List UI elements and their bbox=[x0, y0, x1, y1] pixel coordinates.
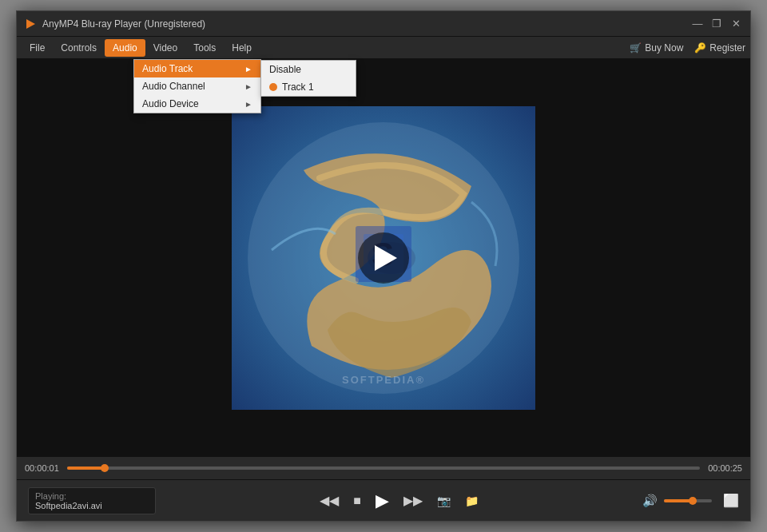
audio-track-disable[interactable]: Disable bbox=[261, 61, 356, 78]
window-controls: — ❐ ✕ bbox=[690, 16, 744, 32]
minimize-button[interactable]: — bbox=[690, 16, 705, 32]
progress-bar-area: 00:00:01 00:00:25 bbox=[17, 457, 750, 479]
current-time: 00:00:01 bbox=[25, 463, 59, 473]
video-thumbnail: S SOFTPEDIA® bbox=[232, 106, 535, 410]
rewind-button[interactable]: ◀◀ bbox=[316, 490, 342, 511]
key-icon: 🔑 bbox=[694, 42, 706, 54]
progress-thumb[interactable] bbox=[101, 464, 109, 472]
play-overlay-button[interactable] bbox=[358, 232, 409, 284]
forward-button[interactable]: ▶▶ bbox=[400, 490, 426, 511]
audio-device-menuitem[interactable]: Audio Device ► Default bbox=[134, 95, 260, 113]
volume-track[interactable] bbox=[664, 499, 712, 502]
progress-fill bbox=[67, 466, 105, 470]
play-triangle-icon bbox=[375, 245, 397, 271]
app-logo-icon bbox=[23, 17, 38, 31]
submenu-arrow-icon: ► bbox=[244, 65, 252, 73]
audio-dropdown: Audio Track ► Disable Track 1 bbox=[133, 59, 261, 113]
menu-controls[interactable]: Controls bbox=[53, 39, 105, 57]
menu-tools[interactable]: Tools bbox=[185, 39, 224, 57]
menu-bar: File Controls Audio Video Tools Help Aud… bbox=[17, 37, 750, 59]
controls-bar: Playing: Softpedia2avi.avi ◀◀ ■ ▶ ▶▶ 📷 📁… bbox=[17, 479, 750, 521]
app-window: AnyMP4 Blu-ray Player (Unregistered) — ❐… bbox=[16, 10, 751, 522]
total-time: 00:00:25 bbox=[708, 463, 742, 473]
playing-info: Playing: Softpedia2avi.avi bbox=[28, 487, 156, 514]
menu-video[interactable]: Video bbox=[145, 39, 185, 57]
audio-track-1[interactable]: Track 1 bbox=[261, 78, 356, 96]
center-controls: ◀◀ ■ ▶ ▶▶ 📷 📁 bbox=[156, 487, 642, 514]
window-title: AnyMP4 Blu-ray Player (Unregistered) bbox=[42, 18, 690, 30]
stop-button[interactable]: ■ bbox=[350, 490, 364, 511]
right-controls: 🔊 ⬜ bbox=[642, 493, 739, 508]
fullscreen-button[interactable]: ⬜ bbox=[723, 493, 739, 508]
playing-label: Playing: bbox=[35, 491, 149, 501]
video-area[interactable]: S SOFTPEDIA® bbox=[17, 59, 750, 457]
selected-dot-icon bbox=[269, 83, 277, 91]
buy-now-button[interactable]: 🛒 Buy Now bbox=[630, 42, 683, 54]
cart-icon: 🛒 bbox=[630, 42, 642, 54]
play-button[interactable]: ▶ bbox=[372, 487, 392, 514]
progress-track[interactable] bbox=[67, 466, 700, 470]
title-bar: AnyMP4 Blu-ray Player (Unregistered) — ❐… bbox=[17, 11, 750, 37]
register-button[interactable]: 🔑 Register bbox=[694, 42, 745, 54]
menu-bar-right: 🛒 Buy Now 🔑 Register bbox=[630, 42, 745, 54]
submenu-arrow-icon3: ► bbox=[244, 100, 252, 109]
svg-marker-0 bbox=[26, 19, 35, 29]
audio-track-submenu: Disable Track 1 bbox=[260, 60, 356, 97]
open-folder-button[interactable]: 📁 bbox=[462, 491, 482, 510]
screenshot-button[interactable]: 📷 bbox=[434, 491, 454, 510]
menu-audio[interactable]: Audio bbox=[105, 39, 145, 57]
menu-help[interactable]: Help bbox=[224, 39, 260, 57]
restore-button[interactable]: ❐ bbox=[709, 16, 725, 32]
volume-icon[interactable]: 🔊 bbox=[642, 494, 658, 508]
audio-track-menuitem[interactable]: Audio Track ► Disable Track 1 bbox=[134, 60, 260, 77]
menu-file[interactable]: File bbox=[22, 39, 53, 57]
submenu-arrow-icon2: ► bbox=[244, 82, 252, 91]
audio-channel-menuitem[interactable]: Audio Channel ► Default bbox=[134, 77, 260, 95]
audio-dropdown-panel: Audio Track ► Disable Track 1 bbox=[133, 59, 261, 113]
volume-thumb[interactable] bbox=[689, 497, 697, 505]
close-button[interactable]: ✕ bbox=[728, 16, 744, 32]
playing-filename: Softpedia2avi.avi bbox=[35, 501, 149, 510]
